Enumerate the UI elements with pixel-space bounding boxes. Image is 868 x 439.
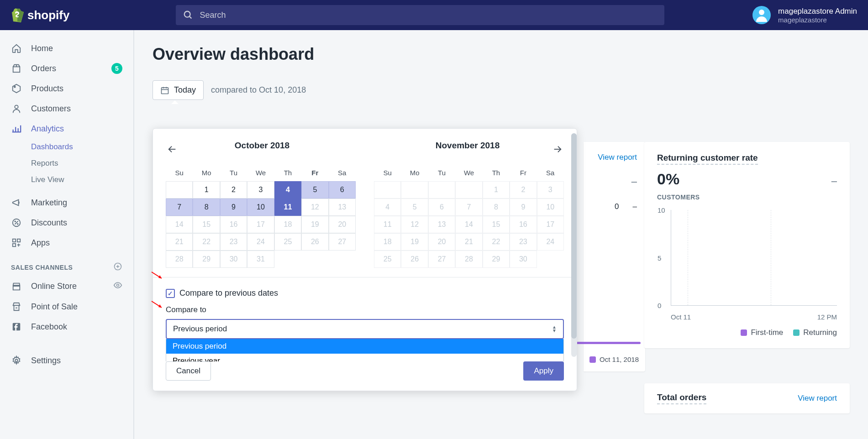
calendar-day[interactable]: 18 (374, 233, 401, 251)
calendar-day[interactable]: 20 (428, 233, 455, 251)
apply-button[interactable]: Apply (523, 361, 564, 381)
sidebar-item-home[interactable]: Home (0, 38, 133, 58)
compare-checkbox[interactable]: ✓ (166, 289, 175, 298)
sidebar-item-customers[interactable]: Customers (0, 99, 133, 119)
calendar-day[interactable]: 31 (247, 251, 274, 268)
calendar-day[interactable]: 10 (537, 199, 564, 216)
calendar-day[interactable]: 8 (193, 199, 220, 216)
calendar-day[interactable]: 17 (537, 216, 564, 233)
calendar-day[interactable]: 30 (510, 251, 537, 268)
calendar-day[interactable]: 23 (510, 233, 537, 251)
calendar-day[interactable]: 2 (220, 181, 247, 199)
calendar-day[interactable]: 12 (301, 199, 328, 216)
calendar-day[interactable]: 26 (301, 233, 328, 251)
sidebar-channel-facebook[interactable]: Facebook (0, 317, 133, 337)
sidebar-item-orders[interactable]: Orders 5 (0, 58, 133, 78)
dropdown-option-previous-year[interactable]: Previous year (166, 354, 563, 361)
eye-icon[interactable] (113, 281, 122, 292)
compare-to-select[interactable]: Previous period ▲▼ (166, 319, 564, 339)
calendar-day[interactable]: 16 (510, 216, 537, 233)
calendar-day[interactable]: 25 (274, 233, 301, 251)
calendar-day[interactable]: 21 (166, 233, 193, 251)
calendar-day[interactable]: 4 (274, 181, 301, 199)
user-menu[interactable]: mageplazastore Admin mageplazastore (739, 6, 857, 24)
calendar-day[interactable]: 9 (510, 199, 537, 216)
calendar-day[interactable]: 18 (274, 216, 301, 233)
sidebar-item-label: Settings (31, 356, 122, 366)
sidebar-item-settings[interactable]: Settings (0, 350, 133, 371)
sidebar-item-discounts[interactable]: Discounts (0, 213, 133, 233)
calendar-day[interactable]: 28 (166, 251, 193, 268)
sidebar-channel-online-store[interactable]: Online Store (0, 276, 133, 297)
scrollbar[interactable] (571, 133, 577, 357)
calendar-day[interactable]: 19 (301, 216, 328, 233)
next-month-icon[interactable] (551, 143, 564, 156)
calendar-day[interactable]: 29 (193, 251, 220, 268)
calendar-day[interactable]: 14 (166, 216, 193, 233)
sidebar-item-analytics[interactable]: Analytics (0, 119, 133, 139)
calendar-dow: Su (374, 166, 401, 181)
sidebar-item-apps[interactable]: Apps (0, 233, 133, 253)
calendar-day[interactable]: 13 (428, 216, 455, 233)
calendar-day[interactable]: 3 (537, 181, 564, 199)
add-channel-icon[interactable] (113, 262, 122, 272)
calendar-day[interactable]: 17 (247, 216, 274, 233)
calendar-day[interactable]: 7 (455, 199, 482, 216)
sidebar: Home Orders 5 Products Customers Analyti… (0, 30, 134, 439)
sidebar-sub-liveview[interactable]: Live View (0, 172, 133, 188)
calendar-day[interactable]: 30 (220, 251, 247, 268)
prev-month-icon[interactable] (166, 143, 179, 156)
calendar-day[interactable]: 27 (428, 251, 455, 268)
cancel-button[interactable]: Cancel (166, 361, 211, 381)
calendar-day[interactable]: 26 (401, 251, 428, 268)
page-title: Overview dashboard (153, 45, 850, 64)
sidebar-sub-reports[interactable]: Reports (0, 155, 133, 172)
search-box[interactable] (176, 5, 664, 25)
calendar-day[interactable]: 19 (401, 233, 428, 251)
sidebar-item-products[interactable]: Products (0, 78, 133, 99)
calendar-day[interactable]: 23 (220, 233, 247, 251)
calendar-day[interactable]: 22 (193, 233, 220, 251)
calendar-day[interactable]: 8 (483, 199, 510, 216)
calendar-day[interactable]: 11 (274, 199, 301, 216)
calendar-day[interactable]: 5 (301, 181, 328, 199)
calendar-day[interactable]: 11 (374, 216, 401, 233)
calendar-day[interactable]: 4 (374, 199, 401, 216)
calendar-day[interactable]: 20 (329, 216, 356, 233)
calendar-day[interactable]: 16 (220, 216, 247, 233)
shopify-logo: shopify (11, 8, 69, 22)
calendar-day[interactable]: 9 (220, 199, 247, 216)
calendar-day[interactable]: 15 (483, 216, 510, 233)
view-report-link[interactable]: View report (798, 394, 837, 403)
dropdown-option-previous-period[interactable]: Previous period (166, 339, 563, 354)
calendar-day[interactable]: 3 (247, 181, 274, 199)
search-input[interactable] (200, 10, 657, 20)
calendar-day[interactable]: 7 (166, 199, 193, 216)
calendar-day[interactable]: 12 (401, 216, 428, 233)
calendar-day[interactable]: 6 (329, 181, 356, 199)
calendar-day[interactable]: 13 (329, 199, 356, 216)
calendar-day[interactable]: 29 (483, 251, 510, 268)
calendar-icon (160, 86, 169, 95)
calendar-day[interactable]: 27 (329, 233, 356, 251)
calendar-day[interactable]: 2 (510, 181, 537, 199)
sidebar-item-marketing[interactable]: Marketing (0, 193, 133, 213)
calendar-day[interactable]: 1 (193, 181, 220, 199)
calendar-day[interactable]: 14 (455, 216, 482, 233)
sidebar-item-label: Products (31, 84, 122, 94)
calendar-day[interactable]: 6 (428, 199, 455, 216)
calendar-day[interactable]: 28 (455, 251, 482, 268)
calendar-day[interactable]: 1 (483, 181, 510, 199)
calendar-day[interactable]: 24 (247, 233, 274, 251)
calendar-day[interactable]: 15 (193, 216, 220, 233)
calendar-day[interactable]: 25 (374, 251, 401, 268)
sidebar-sub-dashboards[interactable]: Dashboards (0, 139, 133, 155)
calendar-day[interactable]: 22 (483, 233, 510, 251)
view-report-link[interactable]: View report (592, 153, 637, 162)
calendar-day[interactable]: 5 (401, 199, 428, 216)
calendar-day[interactable]: 24 (537, 233, 564, 251)
calendar-day[interactable]: 10 (247, 199, 274, 216)
calendar-day[interactable]: 21 (455, 233, 482, 251)
date-range-button[interactable]: Today (153, 80, 204, 100)
sidebar-channel-pos[interactable]: Point of Sale (0, 297, 133, 317)
